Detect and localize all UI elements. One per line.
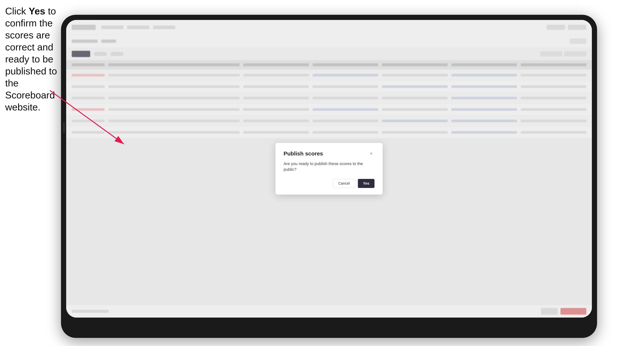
tablet-screen: Publish scores × Are you ready to publis…: [66, 20, 592, 318]
modal-footer: Cancel Yes: [284, 179, 374, 188]
tablet-device: Publish scores × Are you ready to publis…: [61, 15, 597, 338]
instruction-part1: Click: [5, 6, 29, 16]
instruction-bold: Yes: [29, 6, 45, 16]
screen-content: Publish scores × Are you ready to publis…: [66, 20, 592, 318]
modal-title: Publish scores: [284, 151, 323, 157]
tablet-side-button: [63, 122, 65, 133]
modal-header: Publish scores ×: [284, 150, 374, 157]
publish-scores-dialog: Publish scores × Are you ready to publis…: [276, 143, 383, 195]
instruction-part2: to confirm the scores are correct and re…: [5, 6, 57, 112]
modal-body-text: Are you ready to publish these scores to…: [284, 161, 374, 173]
modal-cancel-button[interactable]: Cancel: [333, 179, 355, 188]
modal-yes-button[interactable]: Yes: [358, 179, 374, 188]
instruction-text: Click Yes to confirm the scores are corr…: [5, 5, 59, 113]
modal-overlay: Publish scores × Are you ready to publis…: [66, 20, 592, 318]
modal-close-button[interactable]: ×: [368, 150, 374, 157]
